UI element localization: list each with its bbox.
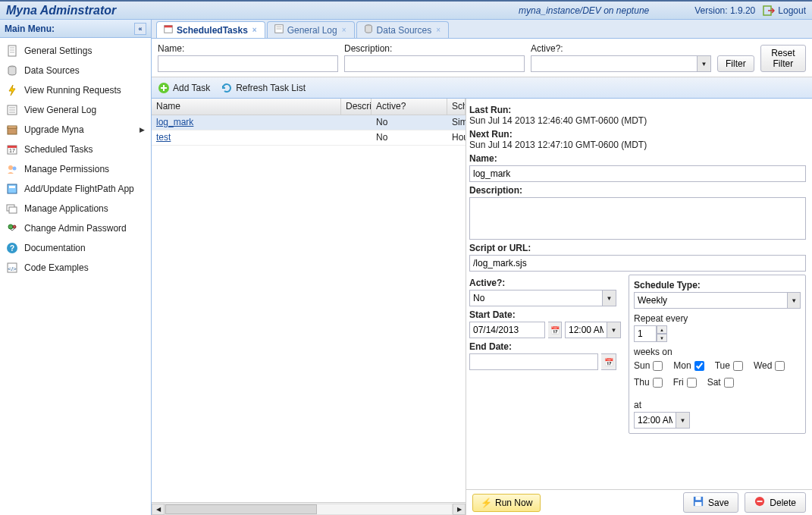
at-time-input[interactable] (634, 412, 676, 429)
grid-headers: Name Descri Active? Sch (152, 99, 466, 115)
sidebar-item-documentation[interactable]: ?Documentation (0, 238, 151, 258)
repeat-spin-down[interactable]: ▼ (657, 334, 667, 342)
sidebar-item-label: Data Sources (24, 65, 80, 76)
day-checkbox[interactable] (733, 361, 743, 371)
day-thu[interactable]: Thu (634, 377, 663, 388)
table-row[interactable]: log_markNoSim (152, 115, 466, 130)
end-date-picker-button[interactable]: 📅 (601, 353, 616, 370)
script-input[interactable] (469, 255, 806, 272)
delete-icon (754, 496, 765, 509)
day-checkbox[interactable] (694, 361, 704, 371)
start-time-input[interactable] (565, 322, 607, 338)
day-checkbox[interactable] (724, 378, 734, 388)
sidebar-item-data-sources[interactable]: Data Sources (0, 61, 151, 80)
box-icon (6, 124, 18, 136)
sidebar-item-manage-applications[interactable]: Manage Applications (0, 199, 151, 218)
sidebar-item-general-settings[interactable]: General Settings (0, 41, 151, 61)
day-sun[interactable]: Sun (634, 360, 663, 371)
grid-hscroll[interactable]: ◀ ▶ (152, 502, 466, 515)
day-sat[interactable]: Sat (707, 377, 734, 388)
tab-scheduledtasks[interactable]: ScheduledTasks× (156, 21, 265, 38)
sidebar-item-code-examples[interactable]: </>Code Examples (0, 258, 151, 278)
detail-pane: Last Run: Sun Jul 14 2013 12:46:40 GMT-0… (466, 99, 812, 515)
refresh-button[interactable]: Refresh Task List (221, 82, 306, 94)
sidebar-item-view-running-requests[interactable]: View Running Requests (0, 80, 151, 100)
sidebar-item-view-general-log[interactable]: View General Log (0, 100, 151, 120)
sidebar-item-upgrade-myna[interactable]: Upgrade Myna▶ (0, 120, 151, 140)
delete-label: Delete (770, 498, 796, 508)
day-mon[interactable]: Mon (673, 360, 704, 371)
filter-name-input[interactable] (158, 55, 338, 72)
start-date-input[interactable] (469, 322, 545, 338)
start-date-picker-button[interactable]: 📅 (548, 322, 562, 338)
scroll-left-arrow[interactable]: ◀ (152, 504, 165, 515)
active-input[interactable] (469, 290, 603, 306)
svg-rect-1 (8, 46, 16, 56)
day-label: Tue (715, 360, 730, 371)
filter-button[interactable]: Filter (717, 55, 754, 72)
day-checkbox[interactable] (775, 361, 785, 371)
filter-active-label: Active?: (531, 43, 711, 54)
svg-rect-20 (9, 207, 17, 213)
scroll-right-arrow[interactable]: ▶ (453, 504, 466, 515)
add-task-button[interactable]: Add Task (158, 82, 210, 94)
tab-close-icon[interactable]: × (434, 26, 442, 34)
tab-close-icon[interactable]: × (251, 26, 259, 34)
task-name-link[interactable]: test (156, 132, 171, 143)
sidebar-collapse-button[interactable]: « (134, 23, 146, 35)
filter-active-dropdown-arrow[interactable]: ▼ (698, 55, 711, 72)
desc-input[interactable] (469, 197, 806, 240)
filter-desc-input[interactable] (344, 55, 525, 72)
day-tue[interactable]: Tue (715, 360, 743, 371)
start-date-label: Start Date: (469, 309, 621, 320)
table-row[interactable]: testNoHou (152, 130, 466, 146)
sidebar-item-manage-permissions[interactable]: Manage Permissions (0, 159, 151, 179)
run-now-button[interactable]: ⚡ Run Now (472, 494, 541, 512)
active-dropdown-arrow[interactable]: ▼ (603, 290, 616, 306)
day-wed[interactable]: Wed (754, 360, 785, 371)
at-time-dropdown-arrow[interactable]: ▼ (676, 412, 690, 429)
col-header-sch[interactable]: Sch (447, 99, 466, 115)
start-time-dropdown-arrow[interactable]: ▼ (607, 322, 621, 338)
col-header-desc[interactable]: Descri (341, 99, 372, 115)
end-date-input[interactable] (469, 353, 598, 370)
repeat-input[interactable] (634, 325, 657, 342)
cell-active: No (372, 115, 447, 130)
schedule-type-input[interactable] (634, 292, 788, 309)
grid-body: log_markNoSimtestNoHou (152, 115, 466, 502)
save-button[interactable]: Save (683, 492, 738, 513)
sidebar-item-change-admin-password[interactable]: Change Admin Password (0, 218, 151, 238)
task-name-link[interactable]: log_mark (156, 117, 193, 127)
tab-data-sources[interactable]: Data Sources× (356, 21, 450, 38)
day-label: Fri (673, 377, 684, 388)
day-checkbox[interactable] (653, 361, 663, 371)
filter-name-field: Name: (158, 43, 338, 72)
repeat-spin-up[interactable]: ▲ (657, 325, 667, 334)
svg-point-16 (13, 167, 17, 171)
day-checkbox[interactable] (687, 378, 697, 388)
scroll-track[interactable] (165, 504, 453, 515)
schedule-type-dropdown-arrow[interactable]: ▼ (788, 292, 801, 309)
tab-label: General Log (287, 25, 337, 36)
sidebar-item-label: View General Log (24, 105, 96, 115)
col-header-active[interactable]: Active? (372, 99, 447, 115)
sidebar-item-add-update-flightpath-app[interactable]: Add/Update FlightPath App (0, 179, 151, 199)
refresh-label: Refresh Task List (236, 83, 306, 93)
delete-button[interactable]: Delete (745, 492, 806, 513)
svg-text:17: 17 (9, 148, 15, 153)
tab-close-icon[interactable]: × (340, 26, 348, 34)
sidebar-item-scheduled-tasks[interactable]: 17Scheduled Tasks (0, 140, 151, 159)
filter-active-input[interactable] (531, 55, 698, 72)
day-fri[interactable]: Fri (673, 377, 697, 388)
sidebar-item-label: Scheduled Tasks (24, 144, 93, 155)
app-title: Myna Adminstrator (6, 4, 519, 17)
col-header-name[interactable]: Name (152, 99, 341, 115)
reset-filter-button[interactable]: Reset Filter (760, 45, 806, 72)
instance-name: myna_instance/DEV on neptune (519, 5, 649, 16)
add-task-label: Add Task (173, 83, 210, 93)
logout-button[interactable]: Logout (763, 5, 806, 17)
day-checkbox[interactable] (653, 378, 663, 388)
scroll-thumb[interactable] (165, 504, 317, 514)
tab-general-log[interactable]: General Log× (267, 21, 355, 38)
name-input[interactable] (469, 165, 806, 182)
